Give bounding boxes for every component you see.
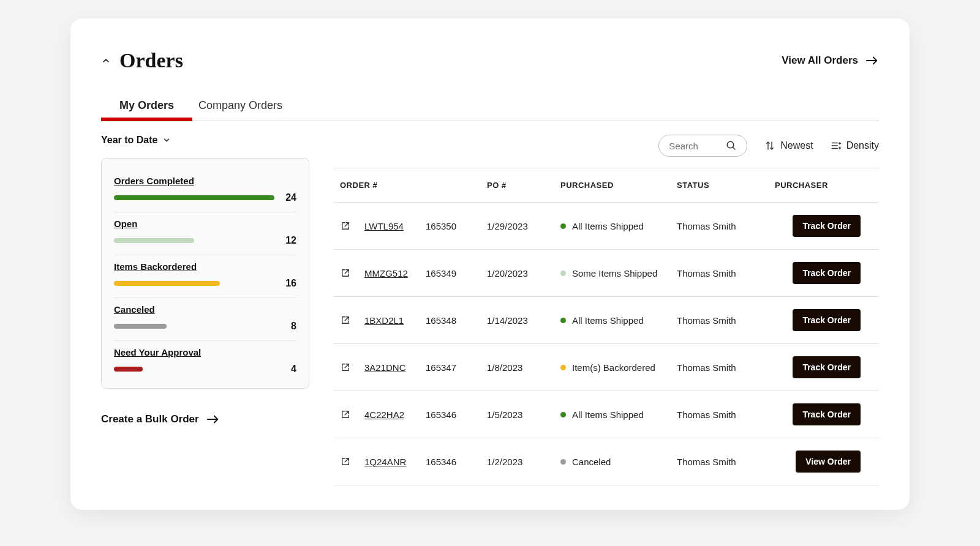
order-action-button[interactable]: View Order — [796, 451, 861, 473]
status-text: Canceled — [572, 457, 611, 467]
summary-item: Items Backordered16 — [114, 255, 296, 298]
view-all-orders-link[interactable]: View All Orders — [782, 54, 879, 67]
summary-bar — [114, 324, 274, 329]
summary-label-link[interactable]: Canceled — [114, 304, 155, 315]
status-text: All Items Shipped — [572, 221, 644, 231]
order-action-button[interactable]: Track Order — [793, 309, 861, 331]
column-header: STATUS — [677, 181, 775, 190]
summary-count: 24 — [282, 192, 296, 203]
summary-bar — [114, 238, 274, 243]
status-cell: Item(s) Backordered — [560, 362, 677, 373]
open-order-icon[interactable] — [340, 220, 364, 231]
open-order-icon[interactable] — [340, 362, 364, 373]
status-dot-icon — [560, 412, 566, 417]
summary-count: 8 — [282, 321, 296, 332]
sort-label: Newest — [780, 140, 813, 151]
chevron-down-icon — [162, 136, 171, 144]
summary-item: Orders Completed24 — [114, 170, 296, 212]
title-group: Orders — [101, 49, 183, 72]
order-action-button[interactable]: Track Order — [793, 262, 861, 284]
search-field[interactable] — [658, 135, 747, 157]
summary-bar — [114, 367, 274, 372]
summary-label-link[interactable]: Need Your Approval — [114, 347, 201, 357]
status-cell: All Items Shipped — [560, 410, 677, 420]
summary-bar — [114, 281, 274, 286]
summary-label-link[interactable]: Items Backordered — [114, 261, 197, 272]
po-number: 165347 — [426, 362, 487, 373]
status-dot-icon — [560, 271, 566, 276]
status-dot-icon — [560, 459, 566, 465]
status-dot-icon — [560, 223, 566, 229]
column-header: ORDER # — [340, 181, 487, 190]
sort-button[interactable]: Newest — [764, 140, 813, 151]
external-link-icon — [340, 456, 351, 467]
date-filter-label: Year to Date — [101, 135, 157, 146]
summary-item: Canceled8 — [114, 298, 296, 341]
collapse-toggle[interactable] — [101, 56, 111, 65]
chevron-up-icon — [101, 56, 111, 65]
purchased-date: 1/29/2023 — [487, 221, 560, 231]
order-number-link[interactable]: 4C22HA2 — [364, 410, 426, 420]
open-order-icon[interactable] — [340, 409, 364, 420]
status-text: All Items Shipped — [572, 410, 644, 420]
density-icon — [831, 140, 842, 151]
status-cell: All Items Shipped — [560, 221, 677, 231]
status-text: Item(s) Backordered — [572, 362, 655, 373]
po-number: 165346 — [426, 410, 487, 420]
summary-count: 16 — [282, 278, 296, 289]
open-order-icon[interactable] — [340, 315, 364, 326]
page-title: Orders — [119, 49, 183, 72]
status-dot-icon — [560, 318, 566, 323]
table-row: MMZG5121653491/20/2023Some Items Shipped… — [334, 250, 879, 297]
purchaser-name: Thomas Smith — [677, 221, 775, 231]
search-input[interactable] — [669, 141, 718, 151]
order-number-link[interactable]: 3A21DNC — [364, 362, 426, 373]
order-number-link[interactable]: 1BXD2L1 — [364, 315, 426, 326]
summary-label-link[interactable]: Orders Completed — [114, 176, 194, 186]
bulk-order-label: Create a Bulk Order — [101, 413, 199, 425]
order-action-button[interactable]: Track Order — [793, 356, 861, 378]
po-number: 165350 — [426, 221, 487, 231]
tab-company-orders[interactable]: Company Orders — [198, 91, 282, 121]
status-text: Some Items Shipped — [572, 268, 657, 279]
table-header: ORDER #PO #PURCHASEDSTATUSPURCHASER — [334, 168, 879, 203]
table-row: 3A21DNC1653471/8/2023Item(s) Backordered… — [334, 344, 879, 391]
table-row: 1BXD2L11653481/14/2023All Items ShippedT… — [334, 297, 879, 344]
order-action-button[interactable]: Track Order — [793, 215, 861, 237]
order-number-link[interactable]: MMZG512 — [364, 268, 426, 279]
order-number-link[interactable]: 1Q24ANR — [364, 457, 426, 467]
status-text: All Items Shipped — [572, 315, 644, 326]
arrow-right-icon — [206, 414, 220, 424]
status-cell: Some Items Shipped — [560, 268, 677, 279]
external-link-icon — [340, 362, 351, 373]
density-button[interactable]: Density — [831, 140, 879, 151]
purchased-date: 1/8/2023 — [487, 362, 560, 373]
open-order-icon[interactable] — [340, 267, 364, 279]
open-order-icon[interactable] — [340, 456, 364, 467]
order-number-link[interactable]: LWTL954 — [364, 221, 426, 231]
controls-row: Newest Density — [334, 135, 879, 157]
arrow-right-icon — [865, 56, 879, 65]
table-row: 4C22HA21653461/5/2023All Items ShippedTh… — [334, 391, 879, 438]
purchaser-name: Thomas Smith — [677, 362, 775, 373]
left-column: Year to Date Orders Completed24Open12Ite… — [101, 135, 309, 425]
create-bulk-order-link[interactable]: Create a Bulk Order — [101, 413, 309, 425]
purchased-date: 1/20/2023 — [487, 268, 560, 279]
content-row: Year to Date Orders Completed24Open12Ite… — [101, 135, 879, 485]
external-link-icon — [340, 220, 351, 231]
order-action-button[interactable]: Track Order — [793, 403, 861, 425]
search-icon — [726, 140, 737, 151]
right-column: Newest Density ORDER #PO #PURCHASEDSTATU… — [334, 135, 879, 485]
summary-item: Need Your Approval4 — [114, 341, 296, 383]
column-header: PURCHASED — [560, 181, 677, 190]
summary-label-link[interactable]: Open — [114, 219, 137, 229]
orders-card: Orders View All Orders My OrdersCompany … — [70, 18, 910, 510]
purchased-date: 1/14/2023 — [487, 315, 560, 326]
column-header: PO # — [487, 181, 560, 190]
tab-my-orders[interactable]: My Orders — [119, 91, 174, 121]
purchaser-name: Thomas Smith — [677, 315, 775, 326]
purchased-date: 1/2/2023 — [487, 457, 560, 467]
date-filter-dropdown[interactable]: Year to Date — [101, 135, 309, 146]
status-cell: All Items Shipped — [560, 315, 677, 326]
purchaser-name: Thomas Smith — [677, 268, 775, 279]
